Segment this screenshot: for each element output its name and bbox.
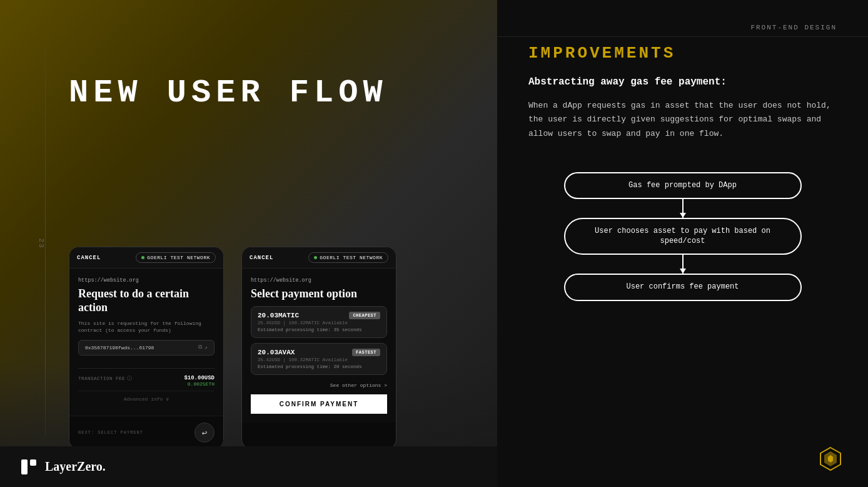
option-2-sub: 25.42USD | 100.32MATIC Available [258, 357, 380, 362]
option-2-header: 20.03AVAX FASTEST [258, 349, 380, 356]
improvements-title: IMPROVEMENTS [528, 44, 837, 63]
flow-arrow-1 [682, 199, 684, 218]
phone-2-body: https://website.org Select payment optio… [242, 269, 396, 423]
right-panel: FRONT-END DESIGN IMPROVEMENTS Abstractin… [497, 0, 868, 487]
option-1-header: 20.03MATIC CHEAPEST [258, 312, 380, 319]
svg-rect-0 [21, 459, 28, 474]
next-arrow-button[interactable]: ↩ [194, 423, 214, 443]
phone-1-title: Request to do a certain action [78, 287, 214, 314]
phone-2-cancel[interactable]: CANCEL [250, 255, 273, 261]
left-divider [45, 50, 46, 437]
option-2-badge: FASTEST [352, 349, 380, 356]
phones-container: CANCEL GOERLI TEST NETWORK https://websi… [69, 247, 396, 449]
logo-text: LayerZero. [45, 459, 106, 474]
flow-node-1: Gas fee prompted by DApp [564, 172, 802, 200]
fee-usd: $10.00USD [184, 375, 214, 381]
phone-2-header: CANCEL GOERLI TEST NETWORK [242, 247, 396, 269]
confirm-payment-button[interactable]: CONFIRM PAYMENT [251, 394, 387, 414]
hex-decoration-icon [818, 446, 843, 471]
phone-1-network: GOERLI TEST NETWORK [136, 252, 216, 263]
next-label: NEXT: SELECT PAYMENT [78, 430, 143, 435]
fee-label: TRANSACTION FEE ⓘ [78, 375, 133, 382]
flow-node-3: User confirms fee payment [564, 274, 802, 301]
payment-option-1[interactable]: 20.03MATIC CHEAPEST 25.45USD | 100.32MAT… [251, 306, 387, 338]
phone-1-fee-row: TRANSACTION FEE ⓘ $10.00USD 0.0025ETH [78, 368, 214, 387]
option-2-amount: 20.03AVAX [258, 349, 295, 356]
front-end-label: FRONT-END DESIGN [750, 24, 837, 31]
phone-1-address: 0x356787198fwds...61798 ⧉ ↗ [78, 340, 214, 356]
phone-1-description: This site is requesting for the followin… [78, 320, 214, 334]
phone-1-body: https://website.org Request to do a cert… [69, 269, 223, 416]
bottom-bar: LayerZero. [0, 446, 497, 487]
bottom-right-decoration [818, 446, 843, 474]
phone-2: CANCEL GOERLI TEST NETWORK https://websi… [241, 247, 396, 449]
page-number: 23 [38, 238, 45, 249]
option-1-sub: 25.45USD | 100.32MATIC Available [258, 320, 380, 326]
improvements-subtitle: Abstracting away gas fee payment: [528, 75, 837, 89]
phone-1-cancel[interactable]: CANCEL [77, 255, 101, 261]
left-panel: 23 NEW USER FLOW CANCEL GOERLI TEST NETW… [0, 0, 497, 487]
network-status-dot-2 [314, 256, 317, 259]
phone-1-advanced[interactable]: Advanced info ∨ [78, 391, 214, 407]
payment-option-2[interactable]: 20.03AVAX FASTEST 25.42USD | 100.32MATIC… [251, 343, 387, 375]
phone-1-footer: NEXT: SELECT PAYMENT ↩ [69, 416, 223, 449]
flow-arrow-2 [682, 255, 684, 274]
flow-diagram: Gas fee prompted by DApp User chooses as… [528, 172, 837, 301]
network-status-dot [141, 256, 144, 259]
svg-rect-1 [30, 459, 36, 466]
fee-info-icon: ⓘ [127, 375, 133, 382]
phone-2-network: GOERLI TEST NETWORK [308, 252, 388, 263]
phone-1: CANCEL GOERLI TEST NETWORK https://websi… [69, 247, 224, 449]
option-1-time: Estimated processing time: 35 seconds [258, 327, 380, 332]
option-2-time: Estimated processing time: 20 seconds [258, 364, 380, 369]
phone-1-header: CANCEL GOERLI TEST NETWORK [69, 247, 223, 269]
option-1-badge: CHEAPEST [349, 312, 380, 319]
page-title: NEW USER FLOW [69, 75, 388, 111]
phone-2-url: https://website.org [251, 277, 387, 284]
copy-icon[interactable]: ⧉ [198, 344, 202, 351]
see-other-options[interactable]: See other options > [251, 380, 387, 391]
address-icons: ⧉ ↗ [198, 344, 208, 351]
phone-2-title: Select payment option [251, 287, 387, 301]
top-divider [497, 36, 868, 37]
share-icon[interactable]: ↗ [204, 344, 208, 351]
logo-container: LayerZero. [19, 457, 106, 477]
option-1-amount: 20.03MATIC [258, 312, 299, 319]
flow-node-2: User chooses asset to pay with based on … [564, 218, 802, 255]
phone-1-url: https://website.org [78, 277, 214, 284]
improvements-body: When a dApp requests gas in asset that t… [528, 99, 837, 140]
layerzero-logo-icon [19, 457, 39, 477]
fee-eth: 0.0025ETH [184, 381, 214, 387]
fee-amount: $10.00USD 0.0025ETH [184, 375, 214, 387]
